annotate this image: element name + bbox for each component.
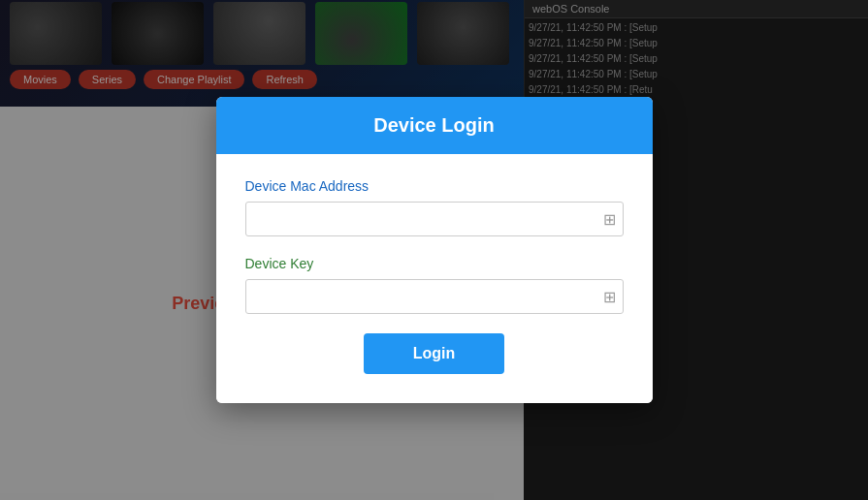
device-login-modal: Device Login Device Mac Address ⊞ Device…	[216, 97, 653, 403]
mac-address-input-wrap: ⊞	[245, 202, 624, 236]
mac-address-input[interactable]	[245, 202, 624, 236]
mac-address-label: Device Mac Address	[245, 178, 624, 194]
login-button[interactable]: Login	[364, 333, 504, 374]
device-key-label: Device Key	[245, 256, 624, 271]
device-key-input[interactable]	[245, 279, 624, 314]
modal-overlay: Device Login Device Mac Address ⊞ Device…	[0, 0, 868, 500]
modal-title: Device Login	[373, 114, 494, 136]
device-key-field-group: Device Key ⊞	[245, 256, 624, 314]
device-key-input-wrap: ⊞	[245, 279, 624, 314]
modal-header: Device Login	[216, 97, 653, 154]
mac-address-icon: ⊞	[603, 210, 616, 229]
device-key-icon: ⊞	[603, 288, 616, 306]
modal-body: Device Mac Address ⊞ Device Key ⊞ Login	[216, 154, 653, 403]
mac-address-field-group: Device Mac Address ⊞	[245, 178, 624, 236]
